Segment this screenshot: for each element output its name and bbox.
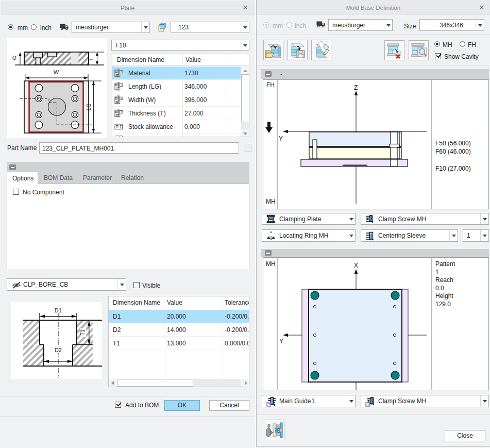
svg-text:LG: LG <box>86 104 92 111</box>
svg-text:F50 (56.000): F50 (56.000) <box>435 140 471 147</box>
svg-text:Z: Z <box>354 84 358 91</box>
svg-text:Reach: Reach <box>435 276 453 284</box>
svg-text:FH: FH <box>266 81 275 89</box>
svg-text:D2: D2 <box>55 347 62 353</box>
svg-text:O: O <box>12 55 16 61</box>
svg-text:Y: Y <box>279 135 283 142</box>
svg-text:Y: Y <box>279 338 283 345</box>
svg-text:129.0: 129.0 <box>435 301 451 308</box>
svg-text:MH: MH <box>266 198 276 205</box>
svg-text:F10 (27.000): F10 (27.000) <box>435 165 471 172</box>
svg-text:F60 (46.000): F60 (46.000) <box>435 148 471 155</box>
svg-text:T1: T1 <box>80 329 86 336</box>
svg-text:T: T <box>89 58 94 61</box>
svg-text:1: 1 <box>435 269 439 276</box>
svg-text:0.0: 0.0 <box>435 285 444 292</box>
svg-text:Pattern: Pattern <box>435 260 455 268</box>
svg-text:X: X <box>354 262 358 269</box>
svg-text:W: W <box>54 69 59 75</box>
svg-text:Height: Height <box>435 292 453 300</box>
svg-text:MH: MH <box>266 260 276 268</box>
svg-text:D1: D1 <box>55 307 62 313</box>
